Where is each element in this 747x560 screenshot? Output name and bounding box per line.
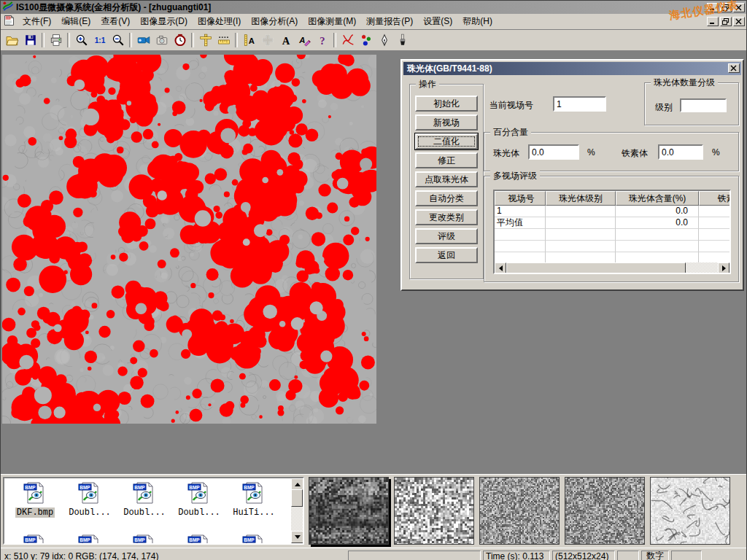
ferrite-label: 铁素体	[622, 147, 648, 160]
save-button[interactable]	[21, 31, 39, 49]
mdi-restore-button[interactable]	[720, 17, 732, 26]
menu-help[interactable]: 帮助(H)	[457, 14, 498, 29]
open-button[interactable]	[3, 31, 21, 49]
capture-button[interactable]	[152, 31, 171, 49]
table-row[interactable]: 1 0.0	[495, 206, 729, 217]
table-row[interactable]: 平均值 0.0	[495, 217, 729, 229]
thumbnail-5[interactable]	[650, 477, 730, 545]
cell-grade	[546, 206, 616, 217]
table-row[interactable]	[495, 241, 729, 252]
thumbnail-2[interactable]	[394, 477, 474, 545]
scroll-down-button[interactable]	[291, 531, 304, 543]
minimize-button[interactable]	[707, 3, 719, 12]
bmp-file-icon: BMP	[23, 481, 47, 505]
thumbnail-4[interactable]	[565, 477, 645, 545]
mdi-close-button[interactable]	[733, 17, 745, 26]
measure-text-button[interactable]: A	[240, 31, 258, 49]
ferrite-percent-input[interactable]	[658, 144, 703, 160]
toolbar-separator	[333, 33, 336, 47]
cell-ferrite	[699, 206, 731, 217]
col-pearlite-content[interactable]: 珠光体含量(%)	[616, 191, 699, 206]
menu-image-analysis[interactable]: 图像分析(A)	[246, 14, 303, 29]
metallograph-canvas[interactable]	[2, 55, 376, 424]
file-item[interactable]: BMP	[173, 534, 225, 545]
scrollbar-thumb[interactable]	[291, 489, 303, 507]
col-ferrite-content[interactable]: 铁素体含量(%)	[699, 191, 731, 206]
return-button[interactable]: 返回	[415, 247, 478, 263]
brush-button[interactable]	[393, 31, 411, 49]
menu-view[interactable]: 查看(V)	[96, 14, 135, 29]
file-item[interactable]: BMPHuiTi...	[228, 481, 280, 518]
svg-text:BMP: BMP	[80, 537, 90, 542]
scroll-left-button[interactable]	[495, 262, 506, 274]
menu-settings[interactable]: 设置(S)	[418, 14, 457, 29]
table-horizontal-scrollbar[interactable]	[495, 262, 729, 273]
timer-button[interactable]	[171, 31, 189, 49]
scroll-right-button[interactable]	[718, 262, 729, 274]
binarize-button[interactable]: 二值化	[415, 133, 478, 149]
grade-button[interactable]: 评级	[415, 228, 478, 244]
svg-text:BMP: BMP	[244, 537, 255, 542]
ruler-icon	[217, 34, 231, 47]
auto-classify-button[interactable]: 自动分类	[415, 190, 478, 206]
pen-button[interactable]	[375, 31, 393, 49]
svg-text:BMP: BMP	[25, 537, 36, 542]
col-pearlite-grade[interactable]: 珠光体级别	[546, 191, 616, 206]
dialog-close-button[interactable]	[728, 63, 740, 73]
file-item[interactable]: BMPDoubl...	[118, 481, 171, 518]
file-item[interactable]: BMPDoubl...	[173, 481, 225, 518]
annotate-button[interactable]: A	[295, 31, 313, 49]
marker-points-button[interactable]	[357, 31, 375, 49]
table-row[interactable]	[495, 229, 729, 241]
zoom-out-button[interactable]	[109, 31, 127, 49]
grading-table[interactable]: 视场号 珠光体级别 珠光体含量(%) 铁素体含量(%) 1 0.0 平均值	[493, 190, 731, 274]
pearlite-percent-input[interactable]	[528, 144, 579, 160]
menu-image-display[interactable]: 图像显示(D)	[135, 14, 193, 29]
dialog-title-bar[interactable]: 珠光体(GB/T9441-88)	[403, 62, 741, 75]
actual-size-icon: 1:1	[93, 34, 107, 47]
menu-image-measure[interactable]: 图像测量(M)	[303, 14, 361, 29]
menu-bar: DOC 文件(F) 编辑(E) 查看(V) 图像显示(D) 图像处理(I) 图像…	[1, 14, 746, 30]
scrollbar-thumb[interactable]	[506, 262, 686, 274]
close-button[interactable]	[733, 3, 745, 12]
ruler-button[interactable]	[214, 31, 233, 49]
file-item[interactable]: BMP	[63, 534, 116, 545]
status-bar: x: 510 y: 79 idx: 0 RGB: (174, 174, 174)…	[1, 548, 746, 560]
document-icon: DOC	[4, 15, 15, 28]
actual-size-button[interactable]: 1:1	[90, 31, 109, 49]
file-item[interactable]: BMP	[9, 534, 61, 545]
svg-text:BMP: BMP	[25, 485, 36, 490]
menu-measure-report[interactable]: 测量报告(P)	[361, 14, 418, 29]
text-button[interactable]: A	[276, 31, 295, 49]
menu-edit[interactable]: 编辑(E)	[56, 14, 96, 29]
file-item[interactable]: BMP	[118, 534, 171, 545]
new-field-button[interactable]: 新视场	[415, 114, 478, 131]
print-button[interactable]	[47, 31, 65, 49]
menu-image-processing[interactable]: 图像处理(I)	[193, 14, 246, 29]
file-item[interactable]: BMPDoubl...	[63, 481, 116, 518]
app-icon	[2, 1, 14, 14]
current-field-input[interactable]	[553, 96, 606, 112]
initialize-button[interactable]: 初始化	[415, 96, 478, 112]
caliper-button[interactable]	[196, 31, 214, 49]
restore-button[interactable]	[720, 3, 732, 12]
bmp-file-icon: BMP	[187, 534, 212, 545]
file-item[interactable]: BMP	[228, 534, 280, 545]
pick-pearlite-button[interactable]: 点取珠光体	[415, 171, 478, 187]
file-list-scrollbar[interactable]	[291, 478, 303, 543]
col-field-number[interactable]: 视场号	[495, 191, 546, 206]
file-item[interactable]: BMPDKF.bmp	[9, 481, 61, 518]
annotate-icon: A	[298, 34, 311, 47]
thumbnail-1[interactable]	[309, 477, 389, 545]
mdi-minimize-button[interactable]	[707, 17, 719, 26]
correct-button[interactable]: 修正	[415, 152, 478, 168]
change-class-button[interactable]: 更改类别	[415, 209, 478, 225]
file-list[interactable]: BMPDKF.bmp BMPDoubl... BMPDoubl... BMPDo…	[3, 477, 304, 545]
menu-file[interactable]: 文件(F)	[18, 14, 56, 29]
help-button[interactable]: ?	[313, 31, 331, 49]
level-input[interactable]	[680, 98, 727, 112]
zoom-in-button[interactable]	[72, 31, 90, 49]
video-camera-button[interactable]	[134, 31, 152, 49]
curve-tool-button[interactable]	[338, 31, 357, 49]
thumbnail-3[interactable]	[479, 477, 560, 545]
